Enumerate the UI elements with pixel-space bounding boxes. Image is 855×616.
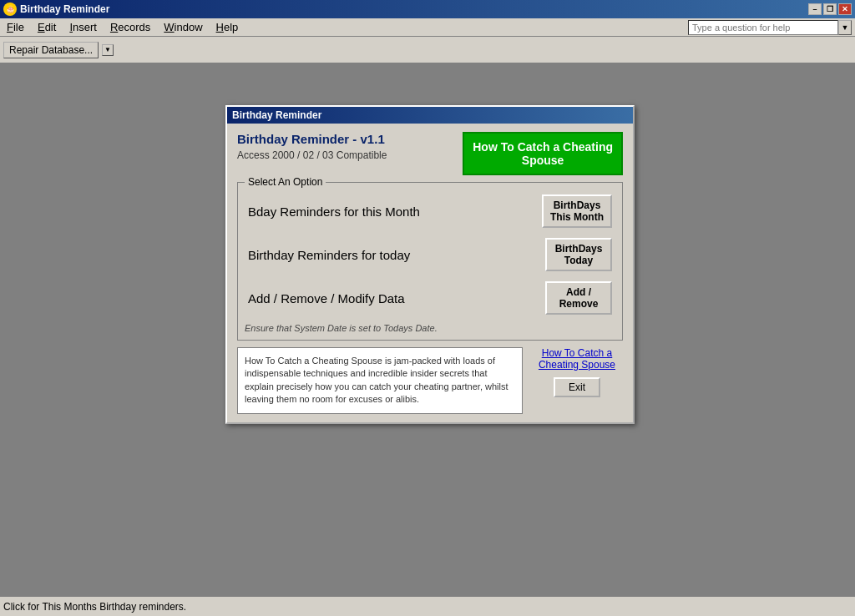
description-box: How To Catch a Cheating Spouse is jam-pa…: [237, 347, 523, 414]
option-row-month: Bday Reminders for this Month BirthDaysT…: [245, 189, 615, 233]
dialog-window: Birthday Reminder Birthday Reminder - v1…: [225, 105, 635, 424]
app-title: Birthday Reminder - v1.1: [237, 132, 454, 146]
menu-file[interactable]: File: [0, 18, 31, 36]
dialog-body: Birthday Reminder - v1.1 Access 2000 / 0…: [227, 124, 633, 422]
main-area: Birthday Reminder Birthday Reminder - v1…: [0, 63, 855, 596]
app-subtitle: Access 2000 / 02 / 03 Compatible: [237, 149, 454, 161]
toolbar: Repair Database... ▼: [0, 37, 855, 63]
add-remove-button[interactable]: Add /Remove: [545, 281, 612, 315]
menu-records[interactable]: Records: [104, 18, 157, 36]
minimize-button[interactable]: –: [808, 3, 822, 15]
option-label-modify: Add / Remove / Modify Data: [248, 291, 405, 305]
title-bar-buttons: – ❐ ✕: [808, 3, 852, 15]
menu-window[interactable]: Window: [157, 18, 209, 36]
option-note: Ensure that System Date is set to Todays…: [245, 320, 615, 333]
dialog-title: Birthday Reminder: [232, 109, 321, 121]
restore-button[interactable]: ❐: [823, 3, 837, 15]
option-row-today: Birthday Reminders for today BirthDaysTo…: [245, 233, 615, 276]
help-dropdown-icon[interactable]: ▼: [838, 20, 852, 35]
app-icon: 🎂: [3, 3, 17, 16]
ad-banner[interactable]: How To Catch a CheatingSpouse: [463, 132, 623, 175]
help-box: ▼: [688, 20, 855, 35]
close-button[interactable]: ✕: [838, 3, 852, 15]
option-row-modify: Add / Remove / Modify Data Add /Remove: [245, 276, 615, 320]
menu-help[interactable]: Help: [210, 18, 245, 36]
options-group: Select An Option Bday Reminders for this…: [237, 182, 623, 341]
toolbar-dropdown-arrow[interactable]: ▼: [102, 44, 114, 56]
option-label-month: Bday Reminders for this Month: [248, 204, 420, 219]
status-bar: Click for This Months Birthday reminders…: [0, 596, 855, 616]
description-text: How To Catch a Cheating Spouse is jam-pa…: [245, 356, 508, 404]
menu-bar: File Edit Insert Records Window Help ▼: [0, 18, 855, 37]
title-bar: 🎂 Birthday Reminder – ❐ ✕: [0, 0, 855, 18]
dialog-titlebar: Birthday Reminder: [227, 107, 633, 124]
menu-edit[interactable]: Edit: [31, 18, 63, 36]
cheating-spouse-link[interactable]: How To Catch aCheating Spouse: [539, 347, 615, 371]
option-label-today: Birthday Reminders for today: [248, 248, 410, 262]
exit-button[interactable]: Exit: [554, 377, 600, 397]
status-text: Click for This Months Birthday reminders…: [3, 601, 186, 613]
repair-database-button[interactable]: Repair Database...: [3, 42, 99, 58]
help-input[interactable]: [688, 20, 838, 35]
birthdays-today-button[interactable]: BirthDaysToday: [545, 238, 612, 271]
bottom-section: How To Catch a Cheating Spouse is jam-pa…: [237, 347, 623, 414]
title-bar-text: Birthday Reminder: [20, 3, 805, 15]
option-group-label: Select An Option: [245, 176, 326, 188]
birthdays-this-month-button[interactable]: BirthDaysThis Month: [542, 194, 612, 228]
side-links: How To Catch aCheating Spouse Exit: [531, 347, 623, 397]
menu-insert[interactable]: Insert: [63, 18, 104, 36]
dialog-header-text: Birthday Reminder - v1.1 Access 2000 / 0…: [237, 132, 454, 161]
dialog-header-row: Birthday Reminder - v1.1 Access 2000 / 0…: [237, 132, 623, 175]
